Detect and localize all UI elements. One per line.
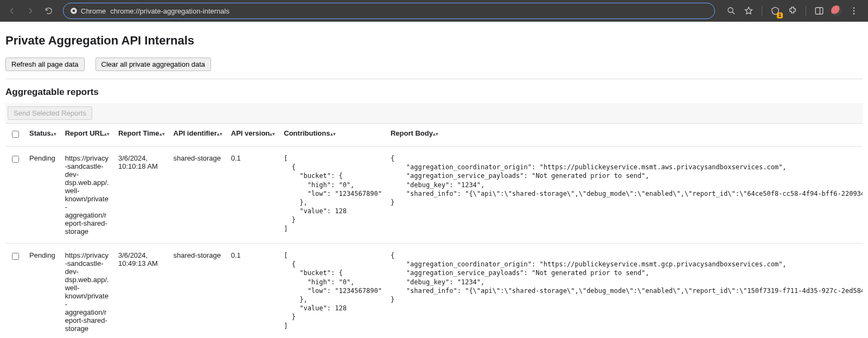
reports-table-wrap: Send Selected Reports Status▴▾ Report UR…: [5, 103, 863, 338]
header-version[interactable]: API version▴▾: [227, 124, 280, 146]
reports-table: Status▴▾ Report URL▴▾ Report Time▴▾ API …: [5, 123, 863, 338]
cell-version: 0.1: [227, 146, 280, 244]
cell-url: https://privacy-sandcastle-dev-dsp.web.a…: [61, 146, 114, 244]
cell-body: { "aggregation_coordinator_origin": "htt…: [386, 146, 863, 244]
side-panel-icon[interactable]: [813, 4, 826, 17]
cell-body: { "aggregation_coordinator_origin": "htt…: [386, 244, 863, 339]
cell-time: 3/6/2024, 10:49:13 AM: [114, 244, 169, 339]
send-selected-button[interactable]: Send Selected Reports: [8, 106, 92, 120]
extension-badge-count: 1: [777, 12, 783, 18]
header-url[interactable]: Report URL▴▾: [61, 124, 114, 146]
svg-point-5: [853, 10, 855, 12]
row-select-cell[interactable]: [5, 146, 25, 244]
site-identity-label: Chrome: [81, 7, 106, 15]
table-row: Pendinghttps://privacy-sandcastle-dev-ds…: [5, 146, 863, 244]
cell-time: 3/6/2024, 10:10:18 AM: [114, 146, 169, 244]
row-checkbox[interactable]: [12, 156, 19, 163]
header-status[interactable]: Status▴▾: [25, 124, 61, 146]
sort-icon: ▴▾: [104, 131, 110, 137]
bookmark-star-icon[interactable]: [742, 4, 755, 17]
svg-point-1: [73, 10, 75, 12]
cell-status: Pending: [25, 244, 61, 339]
svg-rect-3: [815, 8, 823, 14]
header-contributions[interactable]: Contributions▴▾: [279, 124, 386, 146]
address-bar[interactable]: Chrome chrome://private-aggregation-inte…: [63, 3, 715, 19]
header-time[interactable]: Report Time▴▾: [114, 124, 169, 146]
cell-api: shared-storage: [169, 244, 227, 339]
zoom-icon[interactable]: [725, 4, 738, 17]
extension-badge-icon[interactable]: 1: [769, 4, 782, 17]
cell-api: shared-storage: [169, 146, 227, 244]
forward-button[interactable]: [23, 3, 38, 18]
header-api[interactable]: API identifier▴▾: [169, 124, 227, 146]
svg-point-2: [728, 8, 733, 12]
header-body[interactable]: Report Body▴▾: [386, 124, 863, 146]
divider: [5, 79, 863, 79]
toolbar-icons: 1: [722, 4, 864, 17]
sort-icon: ▴▾: [217, 131, 222, 137]
cell-contributions: [ { "bucket": { "high": "0", "low": "123…: [279, 244, 386, 339]
cell-url: https://privacy-sandcastle-dev-dsp.web.a…: [61, 244, 114, 339]
chrome-menu-icon[interactable]: [847, 4, 860, 17]
sort-icon: ▴▾: [330, 131, 336, 137]
browser-toolbar: Chrome chrome://private-aggregation-inte…: [0, 0, 868, 22]
cell-status: Pending: [25, 146, 61, 244]
sort-icon: ▴▾: [159, 131, 165, 137]
sort-icon: ▴▾: [270, 131, 275, 137]
sort-icon: ▴▾: [51, 131, 56, 137]
url-text: chrome://private-aggregation-internals: [110, 7, 229, 15]
sort-icon: ▴▾: [433, 131, 438, 137]
site-identity: Chrome: [70, 7, 106, 15]
svg-point-6: [853, 13, 855, 15]
refresh-button[interactable]: Refresh all page data: [5, 58, 85, 71]
toolbar-separator: [762, 6, 762, 16]
page-root: Private Aggregation API Internals Refres…: [0, 22, 868, 338]
select-all-checkbox[interactable]: [12, 131, 19, 138]
back-button[interactable]: [4, 3, 20, 18]
cell-version: 0.1: [227, 244, 280, 339]
clear-button[interactable]: Clear all private aggregation data: [95, 58, 212, 71]
row-select-cell[interactable]: [5, 244, 25, 339]
table-row: Pendinghttps://privacy-sandcastle-dev-ds…: [5, 244, 863, 339]
cell-contributions: [ { "bucket": { "high": "0", "low": "123…: [279, 146, 386, 244]
action-row: Refresh all page data Clear all private …: [5, 58, 863, 71]
section-title: Aggregatable reports: [5, 87, 863, 98]
table-header-row: Status▴▾ Report URL▴▾ Report Time▴▾ API …: [5, 124, 863, 146]
svg-point-4: [853, 7, 855, 9]
toolbar-separator: [806, 6, 806, 16]
page-title: Private Aggregation API Internals: [5, 34, 863, 48]
row-checkbox[interactable]: [12, 253, 19, 260]
extensions-icon[interactable]: [786, 4, 799, 17]
profile-avatar[interactable]: [830, 4, 843, 17]
header-select-all[interactable]: [5, 124, 25, 146]
reload-button[interactable]: [41, 3, 56, 18]
